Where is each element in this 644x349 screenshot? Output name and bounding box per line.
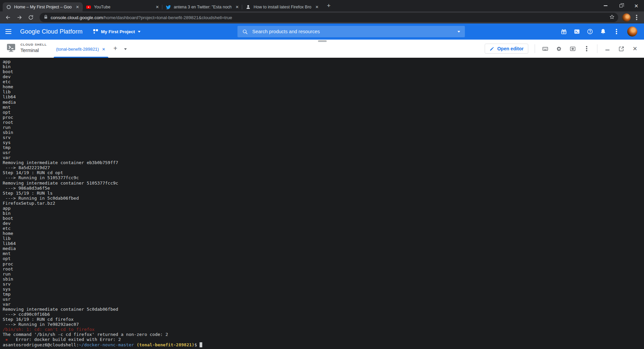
shell-more-menu-button[interactable]	[583, 45, 591, 53]
browser-tab[interactable]: YouTube ✕	[83, 2, 162, 11]
search-placeholder: Search products and resources	[252, 29, 320, 34]
tab-close-icon[interactable]: ✕	[234, 4, 240, 10]
open-in-new-window-button[interactable]	[618, 45, 625, 52]
project-selector[interactable]: My First Project	[93, 23, 141, 40]
web-preview-button[interactable]	[569, 45, 576, 52]
browser-menu-button[interactable]	[633, 13, 641, 21]
active-tab-underline	[54, 57, 108, 58]
help-icon	[587, 28, 593, 35]
bell-icon	[600, 28, 606, 35]
cloud-shell-toolbar: CLOUD SHELL Terminal (tonal-benefit-2898…	[0, 40, 644, 58]
terminal-line: Step 16/19 : RUN cd firefox	[3, 317, 644, 322]
back-button[interactable]	[3, 13, 13, 22]
tab-close-icon[interactable]: ✕	[154, 4, 160, 10]
browser-tab[interactable]: Home – My First Project – Googl ✕	[3, 2, 83, 11]
address-bar[interactable]: console.cloud.google.com/home/dashboard?…	[40, 13, 618, 22]
terminal-icon	[574, 28, 580, 35]
terminal-line: dev	[3, 221, 644, 226]
terminal-line: ▪ Error: docker build exited with Error:…	[3, 337, 644, 342]
minimize-shell-button[interactable]	[604, 45, 611, 52]
add-shell-session-button[interactable]: +	[113, 45, 117, 52]
youtube-favicon	[86, 4, 91, 10]
new-tab-button[interactable]: +	[324, 1, 333, 10]
account-avatar[interactable]	[627, 27, 637, 37]
terminal-line: ---> ccd90c0f16b6	[3, 312, 644, 317]
tab-title: antena 3 en Twitter: "Esta noche	[174, 5, 231, 9]
bookmark-star-icon[interactable]	[609, 14, 615, 21]
nav-menu-button[interactable]	[5, 28, 12, 35]
shell-tab-close-icon[interactable]: ✕	[102, 47, 105, 52]
free-trial-gift-button[interactable]	[560, 28, 568, 35]
terminal-line: boot	[3, 216, 644, 221]
cloud-shell-icon	[6, 43, 16, 54]
terminal-line: sbin	[3, 277, 644, 282]
terminal-line: proc	[3, 115, 644, 120]
tab-close-icon[interactable]: ✕	[74, 4, 80, 10]
terminal-line: dev	[3, 74, 644, 79]
close-shell-button[interactable]: ✕	[631, 45, 639, 52]
forward-icon	[16, 14, 22, 20]
help-button[interactable]	[586, 28, 594, 35]
tab-title: Home – My First Project – Googl	[14, 5, 72, 9]
minimize-icon	[605, 50, 609, 50]
window-restore-button[interactable]	[613, 0, 629, 11]
terminal-line: var	[3, 302, 644, 307]
panel-title: Terminal	[20, 48, 47, 53]
terminal-line: boot	[3, 69, 644, 74]
notifications-button[interactable]	[599, 28, 607, 35]
terminal-line: mnt	[3, 251, 644, 256]
browser-profile-avatar[interactable]	[622, 13, 631, 22]
terminal-line: asantosrodriguez6@cloudshell:~/docker-no…	[3, 342, 644, 347]
terminal-line: tmp	[3, 292, 644, 297]
terminal-line: Removing intermediate container eb3b0b75…	[3, 160, 644, 165]
panel-resize-handle[interactable]	[318, 40, 327, 42]
gcp-favicon	[6, 4, 11, 10]
terminal-line: lib64	[3, 241, 644, 246]
gcp-header: Google Cloud Platform My First Project S…	[0, 23, 644, 40]
reload-button[interactable]	[26, 13, 36, 22]
window-controls: ✕	[598, 0, 644, 11]
cloud-shell-toggle-button[interactable]	[573, 28, 581, 35]
keyboard-shortcuts-button[interactable]	[541, 45, 549, 52]
terminal-line: etc	[3, 79, 644, 84]
window-close-button[interactable]: ✕	[629, 0, 644, 11]
shell-session-tab[interactable]: (tonal-benefit-289821) ✕	[56, 47, 105, 52]
terminal-output[interactable]: appbinbootdevetchomeliblib64mediamntoptp…	[0, 58, 644, 349]
terminal-line: sbin	[3, 130, 644, 135]
tab-close-icon[interactable]: ✕	[314, 4, 320, 10]
minimize-icon	[604, 5, 607, 6]
divider	[535, 44, 535, 53]
terminal-cursor	[200, 342, 202, 347]
shell-settings-button[interactable]	[555, 45, 562, 52]
terminal-line: srv	[3, 282, 644, 287]
divider	[597, 44, 597, 53]
browser-toolbar: console.cloud.google.com/home/dashboard?…	[0, 11, 644, 23]
search-icon	[242, 29, 248, 35]
back-icon	[5, 14, 11, 20]
terminal-line: home	[3, 231, 644, 236]
forward-button[interactable]	[15, 13, 24, 22]
pencil-icon	[489, 46, 494, 51]
terminal-line: srv	[3, 135, 644, 140]
search-chevron-icon[interactable]	[458, 31, 460, 33]
session-list-chevron-icon[interactable]	[124, 48, 127, 50]
lock-icon[interactable]	[44, 14, 48, 20]
gcp-search-bar[interactable]: Search products and resources	[237, 26, 465, 37]
terminal-line: ---> Running in 7e98292aec07	[3, 322, 644, 327]
terminal-line: lib	[3, 89, 644, 94]
terminal-line: Step 15/19 : RUN ls	[3, 191, 644, 196]
terminal-line: opt	[3, 256, 644, 261]
terminal-line: /bin/sh: 1: cd: can't cd to firefox	[3, 327, 644, 332]
kebab-icon	[616, 31, 617, 32]
window-minimize-button[interactable]	[598, 0, 613, 11]
keyboard-icon	[542, 46, 548, 52]
open-editor-button[interactable]: Open editor	[485, 44, 528, 54]
terminal-line: var	[3, 155, 644, 160]
browser-tab[interactable]: How to install latest Firefox Brow ✕	[242, 2, 322, 11]
gcp-logo-text[interactable]: Google Cloud Platform	[20, 23, 83, 40]
terminal-line: lib	[3, 236, 644, 241]
terminal-line: ---> Running in 5c0dab06fbed	[3, 196, 644, 201]
browser-tab[interactable]: antena 3 en Twitter: "Esta noche ✕	[162, 2, 242, 11]
gcp-settings-menu-button[interactable]	[612, 28, 621, 36]
project-icon	[93, 29, 98, 34]
